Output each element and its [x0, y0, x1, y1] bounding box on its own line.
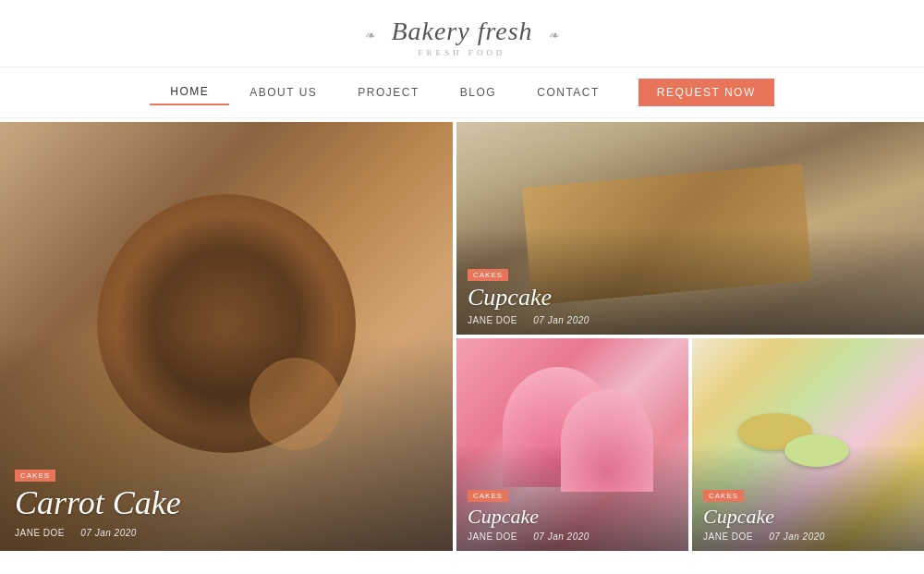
card-pink-meta: JANE DOE 07 Jan 2020: [468, 531, 677, 542]
nav-blog[interactable]: BLOG: [440, 80, 517, 104]
header: ❧ Bakery fresh ❧ FRESH FOOD HOME ABOUT U…: [0, 0, 924, 118]
card-granola-tag: CAKES: [468, 269, 508, 281]
tagline: FRESH FOOD: [0, 48, 924, 57]
nav-contact[interactable]: CONTACT: [517, 80, 620, 104]
card-granola-date: 07 Jan 2020: [533, 315, 590, 325]
card-granola-author: JANE DOE: [468, 315, 517, 325]
card-carrot-title: Carrot Cake: [15, 485, 438, 522]
card-carrot-date: 07 Jan 2020: [80, 528, 137, 538]
card-granola-info: CAKES Cupcake JANE DOE 07 Jan 2020: [456, 255, 924, 335]
request-now-button[interactable]: REQUEST NOW: [638, 79, 774, 106]
card-macaron-tag: CAKES: [703, 490, 744, 502]
card-pink-info: CAKES Cupcake JANE DOE 07 Jan 2020: [456, 476, 688, 551]
card-macaron-date: 07 Jan 2020: [769, 531, 825, 542]
card-carrot-cake[interactable]: CAKES Carrot Cake JANE DOE 07 Jan 2020: [0, 122, 453, 551]
card-granola-meta: JANE DOE 07 Jan 2020: [468, 315, 913, 325]
card-macaron-title: Cupcake: [703, 506, 913, 528]
card-macaron-author: JANE DOE: [703, 531, 753, 542]
brand-name: ❧ Bakery fresh ❧: [0, 17, 924, 46]
card-carrot-info: CAKES Carrot Cake JANE DOE 07 Jan 2020: [0, 452, 453, 551]
nav-project[interactable]: PROJECT: [337, 80, 440, 104]
logo-wrapper: ❧ Bakery fresh ❧ FRESH FOOD: [0, 17, 924, 57]
card-macaron-meta: JANE DOE 07 Jan 2020: [703, 531, 913, 542]
card-pink-title: Cupcake: [468, 506, 677, 528]
card-pink-author: JANE DOE: [468, 531, 517, 542]
card-pink-tag: CAKES: [468, 490, 508, 502]
card-cupcake-wide[interactable]: CAKES Cupcake JANE DOE 07 Jan 2020: [456, 122, 924, 335]
card-cupcake-pink[interactable]: CAKES Cupcake JANE DOE 07 Jan 2020: [456, 338, 688, 551]
logo-deco-left: ❧: [364, 29, 376, 43]
card-granola-title: Cupcake: [468, 285, 913, 311]
card-carrot-meta: JANE DOE 07 Jan 2020: [15, 528, 438, 538]
card-carrot-author: JANE DOE: [15, 528, 65, 538]
nav-about[interactable]: ABOUT US: [229, 80, 337, 104]
card-carrot-tag: CAKES: [15, 470, 55, 482]
navbar: HOME ABOUT US PROJECT BLOG CONTACT REQUE…: [0, 67, 924, 118]
card-macaron[interactable]: CAKES Cupcake JANE DOE 07 Jan 2020: [692, 338, 924, 551]
card-pink-date: 07 Jan 2020: [533, 531, 590, 542]
card-macaron-info: CAKES Cupcake JANE DOE 07 Jan 2020: [692, 476, 924, 551]
card-grid: CAKES Carrot Cake JANE DOE 07 Jan 2020 C…: [0, 122, 924, 551]
nav-home[interactable]: HOME: [150, 79, 229, 105]
logo-deco-right: ❧: [548, 29, 560, 43]
